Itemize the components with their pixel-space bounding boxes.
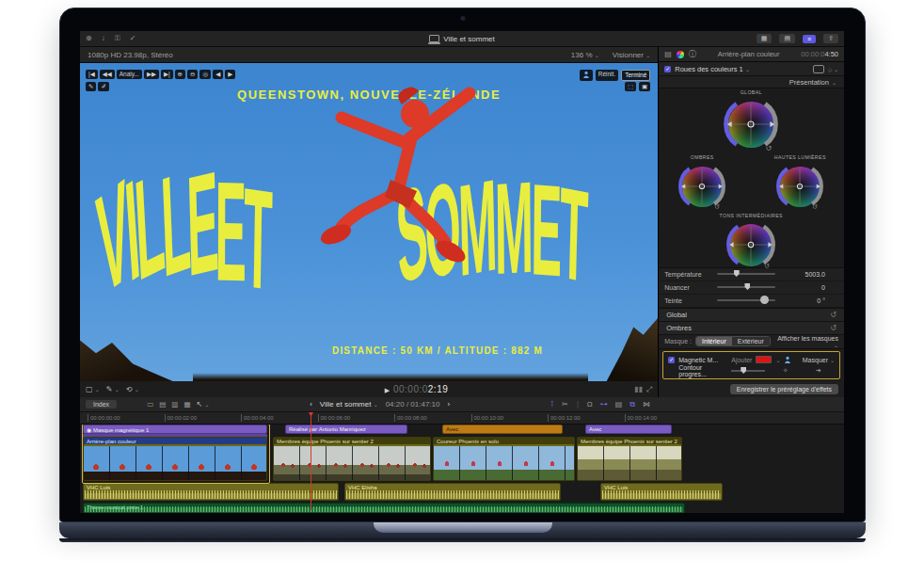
playhead[interactable]: [311, 412, 311, 510]
browser-grid-icon[interactable]: ▦: [757, 34, 773, 43]
transport-button-4[interactable]: ▶|: [161, 70, 173, 79]
clip-arri-re-plan-couleur[interactable]: Arrière-plan couleur: [83, 437, 267, 481]
media-import-icon[interactable]: ⊕: [86, 35, 92, 42]
nav-back-button[interactable]: ‹: [310, 400, 312, 409]
mask-button-extérieur[interactable]: Extérieur: [732, 337, 770, 345]
presentation-row[interactable]: Présentation ⌄: [659, 76, 844, 89]
transitions-browser-icon[interactable]: ⋈: [643, 400, 650, 409]
clip-vhc-elisha[interactable]: VHC Elisha: [344, 483, 561, 501]
clip-vhc-luis[interactable]: VHC Luis: [83, 483, 339, 501]
clip-r-alis-par-antonio-manriquez[interactable]: Réalisé par Antonio Manriquez: [285, 425, 407, 434]
pointer-tool-menu[interactable]: ↖ ⌄: [197, 400, 210, 409]
magnetic-mask-checkbox[interactable]: ✓: [668, 357, 675, 363]
view-menu[interactable]: Visionner ⌄: [613, 51, 650, 59]
inspector-icon[interactable]: ≡: [803, 35, 816, 43]
mask-button-intérieur[interactable]: Intérieur: [696, 337, 732, 345]
timeline-project-menu[interactable]: Ville et sommet ⌄: [320, 400, 378, 409]
transport-button-6[interactable]: ⊖: [187, 70, 198, 79]
effects-browser-icon[interactable]: ⧉: [629, 400, 635, 409]
keyframe-diamond-icon[interactable]: ✧: [783, 367, 789, 375]
slider-thumb[interactable]: [760, 296, 769, 304]
keyword-icon[interactable]: ⚿: [115, 35, 120, 42]
mask-mode-menu[interactable]: Masquer ⌄: [795, 357, 835, 363]
transport-button-3[interactable]: ▶▶: [144, 70, 159, 79]
transport-button-5[interactable]: ⊕: [175, 70, 185, 79]
retime-tool[interactable]: ⟲ ⌄: [126, 385, 139, 393]
timeline-ruler[interactable]: 00:00:00:0000:00:02:0000:00:04:0000:00:0…: [80, 412, 844, 425]
swatch-chevron-icon[interactable]: ⌄: [775, 357, 780, 363]
transport-button-2[interactable]: Analy...: [117, 70, 142, 79]
nav-forward-button[interactable]: ›: [447, 400, 450, 409]
effect-name[interactable]: Roues des couleurs 1 ⌄: [675, 65, 808, 73]
save-effects-preset-button[interactable]: Enregistrer le préréglage d'effets: [730, 384, 838, 394]
clip-avec[interactable]: Avec: [585, 425, 672, 434]
clip-appearance-3-icon[interactable]: ▥: [171, 400, 178, 409]
video-inspector-icon[interactable]: ▤: [664, 51, 672, 58]
connect-icon[interactable]: ⊶: [600, 400, 608, 409]
draw-stroke-icon[interactable]: ✎: [86, 82, 96, 91]
info-inspector-icon[interactable]: ⓘ: [689, 51, 696, 58]
section-row-global[interactable]: Global↺: [659, 309, 844, 322]
clip-appearance-2-icon[interactable]: ▤: [159, 400, 166, 409]
storyline-icon[interactable]: ▤: [615, 400, 623, 409]
clip-membres-quipe-phoenix-sur-sentier-2[interactable]: Membres équipe Phoenix sur sentier 2: [577, 437, 682, 481]
color-wheels-effect-row[interactable]: ✓ Roues des couleurs 1 ⌄ ◇ ⌄: [659, 62, 844, 76]
reset-button[interactable]: Réinit.: [596, 70, 618, 81]
download-icon[interactable]: ↓: [102, 35, 105, 42]
share-icon[interactable]: ⇧: [823, 34, 838, 43]
viewer-canvas[interactable]: QUEENSTOWN, NOUVELLE-ZÉLANDE VILLE ET SO…: [80, 63, 658, 381]
mask-icon[interactable]: [813, 65, 824, 73]
expand-icon[interactable]: ⤢: [646, 385, 652, 394]
transport-button-8[interactable]: ◀: [213, 70, 223, 79]
transport-button-7[interactable]: ◎: [199, 70, 211, 79]
audio-meters-icon[interactable]: ▮▮: [634, 385, 643, 393]
skimmer-icon[interactable]: ∣: [576, 400, 580, 409]
color-wheel-ombres[interactable]: ↺: [677, 162, 726, 211]
filmstrip-icon[interactable]: ▤: [779, 34, 795, 43]
blade-icon[interactable]: ✂: [562, 400, 568, 409]
color-wheel-tons-interm-diaires[interactable]: ↺: [725, 219, 776, 270]
clip-coureur-phoenix-en-solo[interactable]: Coureur Phoenix en solo: [433, 437, 575, 481]
crop-tool[interactable]: ▢ ⌄: [86, 385, 100, 393]
show-masks-menu[interactable]: Afficher les masques ⌄: [774, 335, 838, 348]
clip-vhc-luis[interactable]: VHC Luis: [600, 483, 723, 501]
transport-button-9[interactable]: ▶: [225, 70, 235, 79]
effect-enable-checkbox[interactable]: ✓: [664, 66, 671, 72]
audio-solo-icon[interactable]: Ω: [587, 400, 593, 409]
person-mask-button[interactable]: [580, 70, 593, 81]
mask-shape-icon[interactable]: ▣: [639, 82, 650, 91]
section-row-ombres[interactable]: Ombres↺: [659, 322, 844, 335]
reset-icon[interactable]: ↺: [830, 324, 836, 332]
slider-track[interactable]: [717, 273, 775, 275]
index-button[interactable]: Index: [86, 400, 117, 409]
color-wheel-hautes-lumi-res[interactable]: ↺: [775, 162, 824, 211]
reset-icon[interactable]: ↺: [830, 311, 836, 319]
feather-slider[interactable]: [731, 370, 765, 372]
check-circle-icon[interactable]: ✓: [130, 35, 136, 42]
erase-stroke-icon[interactable]: ✐: [98, 82, 108, 91]
clip-appearance-1-icon[interactable]: ▭: [147, 400, 153, 409]
transport-button-0[interactable]: |◀: [86, 70, 98, 79]
color-inspector-icon[interactable]: [677, 51, 684, 58]
clip-th-me-musical-piste-1[interactable]: Thème musical piste 1: [83, 503, 685, 513]
person-icon[interactable]: [784, 356, 791, 363]
add-label[interactable]: Ajouter: [731, 357, 752, 363]
slider-thumb[interactable]: [744, 283, 750, 290]
clip-appearance-menu-icon[interactable]: ▦: [183, 400, 190, 409]
clip-avec[interactable]: Avec: [442, 425, 563, 434]
done-button[interactable]: Terminé: [621, 70, 650, 81]
slider-track[interactable]: [717, 299, 775, 301]
transport-button-1[interactable]: ◀◀: [100, 70, 115, 79]
color-wheel-global[interactable]: ↺: [723, 96, 779, 152]
trim-icon[interactable]: ⊺: [550, 400, 554, 409]
mask-color-swatch[interactable]: [756, 356, 772, 363]
slider-thumb[interactable]: [734, 270, 740, 277]
slider-track[interactable]: [717, 286, 775, 288]
draw-mask-tool[interactable]: ✎ ⌄: [106, 385, 119, 393]
play-icon[interactable]: ▶: [385, 387, 390, 393]
zoom-menu[interactable]: 136 % ⌄: [571, 51, 599, 59]
clip-masque-magn-tique-1[interactable]: ◉ Masque magnétique 1: [83, 425, 267, 434]
clip-membres-quipe-phoenix-sur-sentier-2[interactable]: Membres équipe Phoenix sur sentier 2: [273, 437, 431, 481]
keyframe-icon[interactable]: ◇ ⌄: [828, 66, 838, 72]
marquee-icon[interactable]: ⬚: [625, 82, 636, 91]
